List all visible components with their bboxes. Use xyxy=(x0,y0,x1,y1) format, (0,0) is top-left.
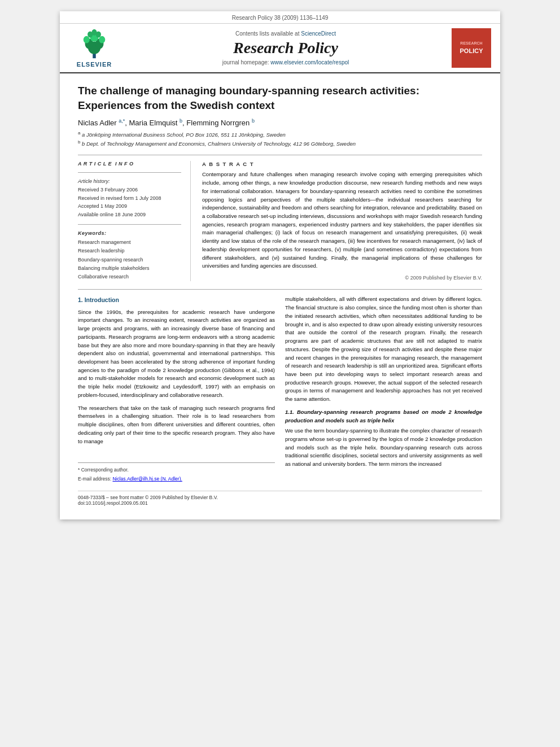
journal-name: Research Policy xyxy=(233,39,338,57)
history-accepted: Accepted 1 May 2009 xyxy=(78,202,181,210)
col-right: multiple stakeholders, all with differen… xyxy=(285,295,482,484)
keyword-3: Boundary-spanning research xyxy=(78,256,181,264)
contents-line: Contents lists available at ScienceDirec… xyxy=(235,30,336,37)
sciencedirect-link[interactable]: ScienceDirect xyxy=(301,30,336,37)
article-body: The challenge of managing boundary-spann… xyxy=(60,73,500,519)
svg-point-9 xyxy=(91,29,97,36)
journal-citation: Research Policy 38 (2009) 1136–1149 xyxy=(232,15,329,21)
affiliations: a a Jönköping International Business Sch… xyxy=(78,130,482,148)
bottom-line1: 0048-7333/$ – see front matter © 2009 Pu… xyxy=(78,495,482,500)
journal-homepage: journal homepage: www.elsevier.com/locat… xyxy=(222,59,349,65)
history-label: Article history: xyxy=(78,178,181,184)
abstract-text: Contemporary and future challenges when … xyxy=(202,171,482,270)
homepage-link[interactable]: www.elsevier.com/locate/respol xyxy=(270,59,349,65)
keyword-4: Balancing multiple stakeholders xyxy=(78,264,181,273)
history-online: Available online 18 June 2009 xyxy=(78,211,181,219)
keywords-label: Keywords: xyxy=(78,230,181,236)
keywords-section: Keywords: Research management Research l… xyxy=(78,230,181,281)
elsevier-tree-icon xyxy=(77,28,111,59)
body-para-right-1: multiple stakeholders, all with differen… xyxy=(285,295,482,403)
svg-point-5 xyxy=(99,36,105,43)
journal-header: ELSEVIER Contents lists available at Sci… xyxy=(60,24,500,73)
rp-badge: RESEARCH POLICY xyxy=(452,28,491,68)
body-para-right-2: We use the term boundary-spanning to ill… xyxy=(285,427,482,469)
section1-title: 1. Introduction xyxy=(78,295,275,304)
article-info-heading: A R T I C L E I N F O xyxy=(78,161,181,167)
info-abstract-section: A R T I C L E I N F O Article history: R… xyxy=(78,161,482,281)
keywords-list: Research management Research leadership … xyxy=(78,238,181,281)
abstract-section: A B S T R A C T Contemporary and future … xyxy=(202,161,482,281)
copyright-line: © 2009 Published by Elsevier B.V. xyxy=(202,275,482,281)
keyword-2: Research leadership xyxy=(78,247,181,255)
keyword-5: Collaborative research xyxy=(78,273,181,281)
bottom-bar: 0048-7333/$ – see front matter © 2009 Pu… xyxy=(78,491,482,506)
bottom-line2: doi:10.1016/j.respol.2009.05.001 xyxy=(78,500,482,506)
history-revised: Received in revised form 1 July 2008 xyxy=(78,194,181,202)
journal-top-bar: Research Policy 38 (2009) 1136–1149 xyxy=(60,11,500,24)
footnote-corresponding: * Corresponding author. xyxy=(78,466,275,474)
body-para-1: Since the 1990s, the prerequisites for a… xyxy=(78,308,275,400)
footnote-area: * Corresponding author. E-mail address: … xyxy=(78,462,275,483)
svg-point-4 xyxy=(84,36,90,43)
article-title: The challenge of managing boundary-spann… xyxy=(78,84,482,112)
rp-badge-top: RESEARCH xyxy=(460,41,482,46)
journal-title-center: Contents lists available at ScienceDirec… xyxy=(120,28,452,68)
col-left: 1. Introduction Since the 1990s, the pre… xyxy=(78,295,275,484)
elsevier-logo: ELSEVIER xyxy=(69,28,120,68)
rp-badge-main: POLICY xyxy=(460,47,483,55)
elsevier-text: ELSEVIER xyxy=(77,61,112,68)
page: Research Policy 38 (2009) 1136–1149 ELSE… xyxy=(60,11,500,519)
footnote-email: E-mail address: Niclas.Adler@ilh.hj.se (… xyxy=(78,475,275,483)
history-received: Received 3 February 2006 xyxy=(78,186,181,194)
keyword-1: Research management xyxy=(78,238,181,247)
authors: Niclas Adler a,*, Maria Elmquist b, Flem… xyxy=(78,118,482,127)
article-info: A R T I C L E I N F O Article history: R… xyxy=(78,161,191,281)
two-col-body: 1. Introduction Since the 1990s, the pre… xyxy=(78,295,482,484)
abstract-heading: A B S T R A C T xyxy=(202,161,482,167)
subsection-title: 1.1. Boundary-spanning research programs… xyxy=(285,408,482,425)
email-link[interactable]: Niclas.Adler@ilh.hj.se (N. Adler). xyxy=(112,476,182,482)
body-para-2: The researchers that take on the task of… xyxy=(78,404,275,446)
